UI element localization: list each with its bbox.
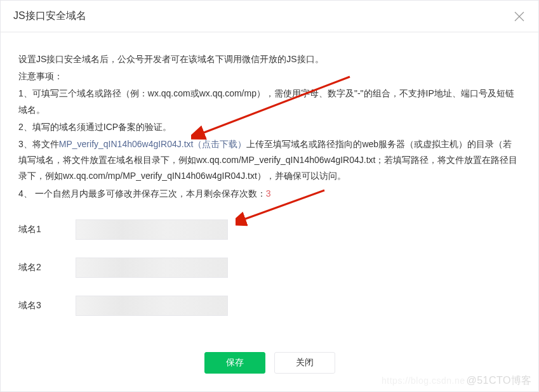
domain-input-2[interactable] xyxy=(76,258,228,278)
watermark: https://blog.csdn.ne@51CTO博客 xyxy=(382,374,532,388)
save-button[interactable]: 保存 xyxy=(204,352,265,374)
instructions: 设置JS接口安全域名后，公众号开发者可在该域名下调用微信开放的JS接口。 注意事… xyxy=(18,51,521,202)
item4-prefix: 4、 一个自然月内最多可修改并保存三次，本月剩余保存次数： xyxy=(18,188,266,199)
domain-row-1: 域名1 xyxy=(18,219,521,240)
dialog-footer: 保存 关闭 xyxy=(1,352,538,374)
close-icon[interactable] xyxy=(513,10,526,23)
domain-row-3: 域名3 xyxy=(18,296,521,316)
notice-heading: 注意事项： xyxy=(18,69,521,84)
notice-item-3: 3、将文件MP_verify_qIN14h06w4gIR04J.txt（点击下载… xyxy=(18,136,521,185)
domain-input-3[interactable] xyxy=(76,296,228,316)
item3-prefix: 3、将文件 xyxy=(18,139,59,149)
notice-item-4: 4、 一个自然月内最多可修改并保存三次，本月剩余保存次数：3 xyxy=(18,186,521,202)
domain-input-1[interactable] xyxy=(76,219,228,240)
dialog-title: JS接口安全域名 xyxy=(13,10,86,23)
notice-item-2: 2、填写的域名须通过ICP备案的验证。 xyxy=(18,119,521,135)
intro-text: 设置JS接口安全域名后，公众号开发者可在该域名下调用微信开放的JS接口。 xyxy=(18,51,521,67)
domain-form: 域名1 域名2 域名3 xyxy=(18,219,521,316)
domain-label-1: 域名1 xyxy=(18,221,76,237)
domain-label-2: 域名2 xyxy=(18,259,76,275)
download-link[interactable]: （点击下载） xyxy=(193,139,246,149)
remaining-count: 3 xyxy=(266,188,271,199)
domain-label-3: 域名3 xyxy=(18,297,76,313)
verify-file-link[interactable]: MP_verify_qIN14h06w4gIR04J.txt xyxy=(59,139,194,149)
watermark-right: @51CTO博客 xyxy=(466,375,532,386)
close-button[interactable]: 关闭 xyxy=(274,352,335,374)
notice-item-1: 1、可填写三个域名或路径（例：wx.qq.com或wx.qq.com/mp），需… xyxy=(18,86,521,117)
dialog-header: JS接口安全域名 xyxy=(1,1,538,32)
js-domain-dialog: JS接口安全域名 设置JS接口安全域名后，公众号开发者可在该域名下调用微信开放的… xyxy=(0,0,539,392)
dialog-content: 设置JS接口安全域名后，公众号开发者可在该域名下调用微信开放的JS接口。 注意事… xyxy=(1,32,538,346)
domain-row-2: 域名2 xyxy=(18,258,521,278)
watermark-left: https://blog.csdn.ne xyxy=(382,376,465,386)
